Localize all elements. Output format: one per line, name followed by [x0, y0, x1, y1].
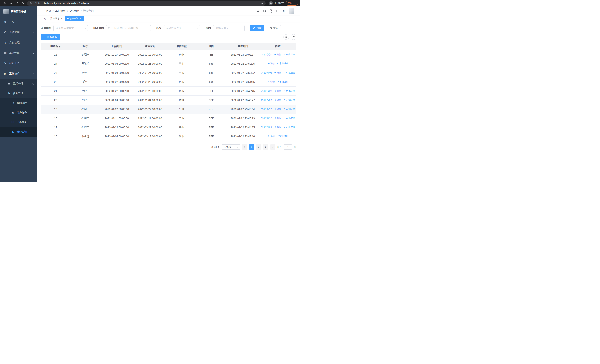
action-progress-link[interactable]: 审批进度 — [283, 107, 295, 111]
refresh-table-button[interactable] — [291, 34, 296, 40]
cell-type: 事假 — [167, 59, 197, 68]
action-detail-link[interactable]: 详情 — [274, 71, 281, 74]
table-row: 17处理中2022-01-22 00:00:002022-01-22 00:00… — [41, 123, 296, 132]
tab-home[interactable]: 首页 — [40, 16, 47, 21]
action-progress-link[interactable]: 审批进度 — [283, 98, 295, 102]
breadcrumb-item-home[interactable]: 首页 — [46, 9, 51, 13]
apply-time-range-picker[interactable]: - — [106, 25, 151, 31]
forward-button[interactable] — [8, 0, 13, 6]
action-detail-link[interactable]: 详情 — [274, 98, 281, 102]
sidebar-item-home[interactable]: ☸ 首页 — [0, 17, 37, 27]
breadcrumb-item-workflow[interactable]: 工作流程 — [55, 9, 66, 13]
url-text[interactable]: dashboard.yudao.iocoder.cn/bpm/oa/leave — [44, 2, 259, 5]
action-detail-link[interactable]: 详情 — [268, 135, 275, 138]
action-progress-link[interactable]: 审批进度 — [283, 126, 295, 129]
tab-leave-query[interactable]: 请假查询 × — [66, 16, 84, 21]
cell-end: 2022-01-13 00:00:00 — [133, 132, 167, 141]
table-row: 25处理中2021-12-27 00:00:002022-01-19 00:00… — [41, 50, 296, 59]
bookmark-star-icon[interactable] — [261, 2, 263, 5]
table-row: 18处理中2022-01-11 00:00:002022-01-11 00:00… — [41, 114, 296, 123]
action-cancel-link[interactable]: 取消请假 — [261, 107, 272, 111]
edit-icon — [283, 72, 286, 74]
page-size-select[interactable]: 10条/页 — [222, 144, 240, 149]
cell-end: 2022-01-26 00:00:00 — [133, 59, 167, 68]
action-detail-link[interactable]: 详情 — [274, 53, 281, 56]
search-button[interactable]: 搜索 — [250, 25, 264, 31]
action-detail-link[interactable]: 详情 — [274, 89, 281, 93]
leave-type-label: 请假类型 — [41, 27, 51, 30]
sidebar-item-system-management[interactable]: ⚙ 系统管理 — [0, 27, 37, 37]
help-icon[interactable]: ? — [270, 9, 273, 13]
page-1-button[interactable]: 1 — [249, 144, 254, 149]
action-detail-link[interactable]: 详情 — [274, 126, 281, 129]
search-icon[interactable] — [257, 9, 260, 13]
close-icon[interactable]: × — [60, 18, 63, 20]
sidebar-item-task-management[interactable]: ⚑ 任务管理 — [0, 89, 37, 98]
toggle-search-button[interactable] — [283, 34, 289, 40]
action-progress-link[interactable]: 审批进度 — [277, 135, 288, 138]
action-progress-link[interactable]: 审批进度 — [283, 71, 295, 74]
menu-dots-icon[interactable]: ⋮ — [294, 2, 296, 4]
action-cancel-link[interactable]: 取消请假 — [261, 89, 272, 93]
table-row: 19处理中2022-01-22 00:00:002022-01-22 00:00… — [41, 104, 296, 114]
start-date-input[interactable] — [112, 27, 124, 30]
gear-icon: ⚙ — [4, 31, 7, 34]
sidebar-item-leave-query[interactable]: ♟ 请假查询 — [0, 127, 37, 137]
action-detail-link[interactable]: 详情 — [274, 117, 281, 120]
action-cancel-link[interactable]: 取消请假 — [261, 126, 272, 129]
reset-button[interactable]: 重置 — [267, 25, 281, 31]
sidebar-item-payment-management[interactable]: ¥ 支付管理 — [0, 37, 37, 48]
goto-page-input[interactable] — [284, 144, 292, 149]
collapse-sidebar-icon[interactable] — [40, 9, 43, 13]
tab-process-detail[interactable]: 流程详情 × — [48, 16, 64, 21]
action-cancel-link[interactable]: 取消请假 — [261, 98, 272, 102]
action-detail-link[interactable]: 详情 — [268, 62, 275, 65]
action-progress-link[interactable]: 审批进度 — [277, 62, 288, 65]
page-2-button[interactable]: 2 — [256, 144, 261, 149]
user-menu[interactable] — [289, 8, 297, 14]
cell-applied: 2022-01-22 23:44:35 — [226, 123, 260, 132]
reload-button[interactable] — [14, 0, 19, 6]
sidebar-item-workflow[interactable]: ⊞ 工作流程 — [0, 69, 37, 79]
font-size-icon[interactable]: tT — [283, 9, 285, 12]
back-button[interactable] — [2, 0, 7, 6]
edit-icon — [283, 99, 286, 101]
eye-icon — [274, 117, 276, 119]
column-header: 申请编号 — [41, 43, 70, 50]
next-page-button[interactable] — [270, 144, 275, 149]
sidebar-item-my-processes[interactable]: ✉ 我的流程 — [0, 98, 37, 108]
action-progress-link[interactable]: 审批进度 — [283, 117, 295, 120]
action-progress-link[interactable]: 审批进度 — [283, 89, 295, 93]
cell-id: 22 — [41, 77, 70, 86]
action-progress-link[interactable]: 审批进度 — [277, 80, 288, 84]
action-detail-link[interactable]: 详情 — [268, 80, 275, 84]
github-icon[interactable] — [263, 9, 266, 13]
result-select[interactable]: 请选择流结果 — [164, 25, 200, 31]
cell-type: 事假 — [167, 104, 197, 114]
action-cancel-link[interactable]: 取消请假 — [261, 71, 272, 74]
action-cancel-link[interactable]: 取消请假 — [261, 117, 272, 120]
address-bar[interactable]: 不安全 dashboard.yudao.iocoder.cn/bpm/oa/le… — [27, 1, 265, 6]
sidebar-item-dev-tools[interactable]: ⚒ 研发工具 — [0, 58, 37, 69]
leave-type-select[interactable]: 请选择请假类型 — [53, 25, 88, 31]
action-detail-link[interactable]: 详情 — [274, 107, 281, 111]
action-progress-link[interactable]: 审批进度 — [283, 53, 295, 56]
close-icon[interactable]: × — [79, 18, 82, 20]
cell-reason: EEE — [197, 114, 226, 123]
reason-input[interactable] — [216, 27, 242, 30]
create-leave-button[interactable]: 发起请假 — [41, 34, 60, 40]
browser-update-menu-chip[interactable]: 更新 ⋮ — [286, 1, 298, 6]
app-logo[interactable]: 芋道管理系统 — [0, 6, 37, 17]
security-label[interactable]: 不安全 — [33, 2, 40, 5]
home-button[interactable] — [20, 0, 25, 6]
page-3-button[interactable]: 3 — [263, 144, 268, 149]
sidebar-item-done-tasks[interactable]: ☑ 已办任务 — [0, 118, 37, 127]
fullscreen-icon[interactable] — [276, 9, 280, 13]
sidebar-item-todo-tasks[interactable]: ◉ 待办任务 — [0, 108, 37, 118]
sidebar-item-process-management[interactable]: ≣ 流程管理 — [0, 79, 37, 89]
sidebar-item-infrastructure[interactable]: ▤ 基础设施 — [0, 48, 37, 58]
breadcrumb-item-oa-example[interactable]: OA 示例 — [70, 9, 79, 13]
prev-page-button[interactable] — [242, 144, 247, 149]
action-cancel-link[interactable]: 取消请假 — [261, 53, 272, 56]
end-date-input[interactable] — [128, 27, 139, 30]
